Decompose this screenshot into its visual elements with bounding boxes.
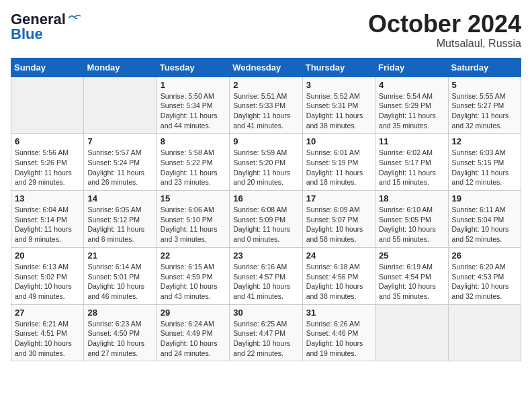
calendar-cell: 12Sunrise: 6:03 AM Sunset: 5:15 PM Dayli… xyxy=(448,134,521,191)
page-header: General Blue October 2024 Mutsalaul, Rus… xyxy=(11,11,521,50)
calendar-cell: 30Sunrise: 6:25 AM Sunset: 4:47 PM Dayli… xyxy=(230,304,302,361)
day-number: 27 xyxy=(15,308,80,318)
calendar-cell xyxy=(84,77,157,134)
day-info: Sunrise: 6:11 AM Sunset: 5:04 PM Dayligh… xyxy=(452,205,517,244)
calendar-cell: 4Sunrise: 5:54 AM Sunset: 5:29 PM Daylig… xyxy=(375,77,448,134)
calendar-cell: 28Sunrise: 6:23 AM Sunset: 4:50 PM Dayli… xyxy=(84,304,157,361)
day-number: 14 xyxy=(87,193,152,203)
day-number: 19 xyxy=(452,193,517,203)
day-number: 30 xyxy=(233,308,298,318)
calendar-cell: 14Sunrise: 6:05 AM Sunset: 5:12 PM Dayli… xyxy=(84,191,157,248)
day-number: 3 xyxy=(306,80,371,90)
calendar-cell: 6Sunrise: 5:56 AM Sunset: 5:26 PM Daylig… xyxy=(11,134,84,191)
logo-blue: Blue xyxy=(11,26,43,43)
calendar-cell: 21Sunrise: 6:14 AM Sunset: 5:01 PM Dayli… xyxy=(84,247,157,304)
calendar-week-2: 6Sunrise: 5:56 AM Sunset: 5:26 PM Daylig… xyxy=(11,134,521,191)
calendar-cell: 9Sunrise: 5:59 AM Sunset: 5:20 PM Daylig… xyxy=(230,134,302,191)
day-number: 25 xyxy=(379,250,444,261)
day-number: 24 xyxy=(306,250,371,261)
calendar-cell xyxy=(11,77,84,134)
day-info: Sunrise: 6:16 AM Sunset: 4:57 PM Dayligh… xyxy=(233,262,298,302)
logo: General Blue xyxy=(11,11,81,43)
calendar-cell: 24Sunrise: 6:18 AM Sunset: 4:56 PM Dayli… xyxy=(302,247,375,304)
calendar-week-5: 27Sunrise: 6:21 AM Sunset: 4:51 PM Dayli… xyxy=(11,304,521,361)
day-info: Sunrise: 5:51 AM Sunset: 5:33 PM Dayligh… xyxy=(233,91,298,131)
calendar-cell: 7Sunrise: 5:57 AM Sunset: 5:24 PM Daylig… xyxy=(84,134,157,191)
day-info: Sunrise: 6:24 AM Sunset: 4:49 PM Dayligh… xyxy=(161,319,226,359)
title-area: October 2024 Mutsalaul, Russia xyxy=(368,11,521,50)
day-number: 6 xyxy=(15,136,80,146)
day-info: Sunrise: 6:21 AM Sunset: 4:51 PM Dayligh… xyxy=(15,319,80,359)
day-number: 17 xyxy=(306,193,371,203)
calendar-cell: 25Sunrise: 6:19 AM Sunset: 4:54 PM Dayli… xyxy=(375,247,448,304)
day-number: 26 xyxy=(452,250,517,261)
calendar-cell: 11Sunrise: 6:02 AM Sunset: 5:17 PM Dayli… xyxy=(375,134,448,191)
calendar-week-4: 20Sunrise: 6:13 AM Sunset: 5:02 PM Dayli… xyxy=(11,247,521,304)
day-number: 15 xyxy=(161,193,226,203)
calendar-cell: 31Sunrise: 6:26 AM Sunset: 4:46 PM Dayli… xyxy=(302,304,375,361)
day-info: Sunrise: 6:18 AM Sunset: 4:56 PM Dayligh… xyxy=(306,262,371,302)
day-info: Sunrise: 6:25 AM Sunset: 4:47 PM Dayligh… xyxy=(233,319,298,359)
month-title: October 2024 xyxy=(368,11,521,38)
location-title: Mutsalaul, Russia xyxy=(368,38,521,50)
day-info: Sunrise: 6:02 AM Sunset: 5:17 PM Dayligh… xyxy=(379,148,444,187)
day-info: Sunrise: 5:52 AM Sunset: 5:31 PM Dayligh… xyxy=(306,91,371,131)
calendar-cell: 23Sunrise: 6:16 AM Sunset: 4:57 PM Dayli… xyxy=(230,247,302,304)
weekday-header-tuesday: Tuesday xyxy=(157,58,229,77)
calendar-cell: 5Sunrise: 5:55 AM Sunset: 5:27 PM Daylig… xyxy=(448,77,521,134)
calendar-cell: 8Sunrise: 5:58 AM Sunset: 5:22 PM Daylig… xyxy=(157,134,229,191)
day-number: 31 xyxy=(306,308,371,318)
day-info: Sunrise: 6:26 AM Sunset: 4:46 PM Dayligh… xyxy=(306,319,371,359)
day-info: Sunrise: 6:15 AM Sunset: 4:59 PM Dayligh… xyxy=(161,262,226,302)
day-number: 13 xyxy=(15,193,80,203)
day-number: 5 xyxy=(452,80,517,90)
day-info: Sunrise: 6:09 AM Sunset: 5:07 PM Dayligh… xyxy=(306,205,371,244)
day-number: 11 xyxy=(379,136,444,146)
calendar-cell: 3Sunrise: 5:52 AM Sunset: 5:31 PM Daylig… xyxy=(302,77,375,134)
day-info: Sunrise: 6:23 AM Sunset: 4:50 PM Dayligh… xyxy=(87,319,152,359)
day-number: 29 xyxy=(161,308,226,318)
calendar-cell: 19Sunrise: 6:11 AM Sunset: 5:04 PM Dayli… xyxy=(448,191,521,248)
day-info: Sunrise: 6:01 AM Sunset: 5:19 PM Dayligh… xyxy=(306,148,371,187)
calendar-cell: 10Sunrise: 6:01 AM Sunset: 5:19 PM Dayli… xyxy=(302,134,375,191)
day-number: 9 xyxy=(233,136,298,146)
weekday-header-friday: Friday xyxy=(375,58,448,77)
weekday-header-thursday: Thursday xyxy=(302,58,375,77)
weekday-header-sunday: Sunday xyxy=(11,58,84,77)
day-info: Sunrise: 6:03 AM Sunset: 5:15 PM Dayligh… xyxy=(452,148,517,187)
day-number: 22 xyxy=(161,250,226,261)
calendar-cell: 27Sunrise: 6:21 AM Sunset: 4:51 PM Dayli… xyxy=(11,304,84,361)
calendar-cell: 17Sunrise: 6:09 AM Sunset: 5:07 PM Dayli… xyxy=(302,191,375,248)
day-number: 23 xyxy=(233,250,298,261)
calendar-cell: 26Sunrise: 6:20 AM Sunset: 4:53 PM Dayli… xyxy=(448,247,521,304)
weekday-header-monday: Monday xyxy=(84,58,157,77)
weekday-header-saturday: Saturday xyxy=(448,58,521,77)
day-number: 21 xyxy=(87,250,152,261)
day-number: 7 xyxy=(87,136,152,146)
calendar-table: SundayMondayTuesdayWednesdayThursdayFrid… xyxy=(11,58,521,362)
calendar-cell: 1Sunrise: 5:50 AM Sunset: 5:34 PM Daylig… xyxy=(157,77,229,134)
day-info: Sunrise: 6:19 AM Sunset: 4:54 PM Dayligh… xyxy=(379,262,444,302)
logo-bird-icon xyxy=(69,13,81,23)
day-info: Sunrise: 6:20 AM Sunset: 4:53 PM Dayligh… xyxy=(452,262,517,302)
day-info: Sunrise: 5:56 AM Sunset: 5:26 PM Dayligh… xyxy=(15,148,80,187)
day-number: 18 xyxy=(379,193,444,203)
calendar-cell: 2Sunrise: 5:51 AM Sunset: 5:33 PM Daylig… xyxy=(230,77,302,134)
day-info: Sunrise: 6:05 AM Sunset: 5:12 PM Dayligh… xyxy=(87,205,152,244)
day-info: Sunrise: 6:08 AM Sunset: 5:09 PM Dayligh… xyxy=(233,205,298,244)
day-number: 12 xyxy=(452,136,517,146)
calendar-cell: 18Sunrise: 6:10 AM Sunset: 5:05 PM Dayli… xyxy=(375,191,448,248)
calendar-cell: 13Sunrise: 6:04 AM Sunset: 5:14 PM Dayli… xyxy=(11,191,84,248)
calendar-cell xyxy=(448,304,521,361)
calendar-cell: 16Sunrise: 6:08 AM Sunset: 5:09 PM Dayli… xyxy=(230,191,302,248)
calendar-week-1: 1Sunrise: 5:50 AM Sunset: 5:34 PM Daylig… xyxy=(11,77,521,134)
day-info: Sunrise: 5:57 AM Sunset: 5:24 PM Dayligh… xyxy=(87,148,152,187)
day-info: Sunrise: 5:54 AM Sunset: 5:29 PM Dayligh… xyxy=(379,91,444,131)
day-info: Sunrise: 5:50 AM Sunset: 5:34 PM Dayligh… xyxy=(161,91,226,131)
day-number: 1 xyxy=(161,80,226,90)
day-number: 20 xyxy=(15,250,80,261)
day-info: Sunrise: 6:13 AM Sunset: 5:02 PM Dayligh… xyxy=(15,262,80,302)
weekday-header-row: SundayMondayTuesdayWednesdayThursdayFrid… xyxy=(11,58,521,77)
day-info: Sunrise: 5:58 AM Sunset: 5:22 PM Dayligh… xyxy=(161,148,226,187)
day-number: 16 xyxy=(233,193,298,203)
